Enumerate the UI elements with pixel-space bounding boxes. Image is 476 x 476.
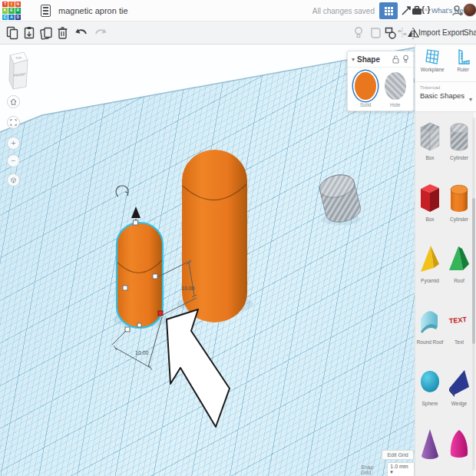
cylinder-icon [447, 181, 471, 215]
ungroup-icon[interactable] [384, 26, 397, 40]
shape-thumb-pyramid[interactable]: Pyramid [416, 243, 444, 304]
sidebar-scrollbar-thumb[interactable] [472, 198, 475, 344]
round-roof-icon [418, 304, 442, 338]
workplane-tool[interactable]: Workplane [421, 48, 445, 81]
scale-handle[interactable] [134, 220, 138, 225]
raise-handle-cone[interactable] [131, 207, 140, 218]
logo-letter: N [15, 2, 21, 7]
toolbar: Import Export Share [0, 21, 476, 45]
scale-handle[interactable] [153, 274, 157, 279]
delete-icon[interactable] [57, 26, 68, 40]
shape-label: Round Roof [417, 339, 444, 345]
fit-view-button[interactable] [7, 116, 20, 129]
lock-icon[interactable] [392, 55, 399, 64]
shape-thumb-cylinder-hole[interactable]: Cylinder [445, 120, 473, 181]
ruler-icon [455, 48, 471, 65]
perspective-toggle-button[interactable] [7, 174, 20, 187]
logo-letter: A [8, 15, 14, 20]
zoom-in-button[interactable]: + [7, 137, 20, 150]
shape-thumb-paraboloid[interactable] [445, 427, 473, 476]
category-value: Basic Shapes [420, 91, 472, 100]
solid-option[interactable]: Solid [355, 72, 376, 107]
dimension-value-side[interactable]: 10.00 [181, 286, 195, 291]
hole-label: Hole [390, 102, 400, 107]
scale-handle[interactable] [137, 323, 141, 327]
box-icon [418, 181, 442, 215]
snap-grid-label: Snap Grid [361, 464, 384, 475]
undo-icon[interactable] [74, 28, 88, 38]
view-cube[interactable]: TOP FRONT [3, 51, 37, 95]
logo-letter: I [8, 2, 14, 7]
shape-thumb-box-hole[interactable]: Box [416, 120, 444, 181]
workplane-label: Workplane [421, 67, 445, 72]
solid-label: Solid [360, 102, 371, 107]
shape-thumb-round-roof[interactable]: Round Roof [416, 304, 444, 365]
tinkercad-logo[interactable]: T I N K E R C A D [2, 2, 21, 20]
save-status: All changes saved [312, 7, 375, 15]
shape-label: Pyramid [421, 278, 439, 283]
dimension-value-front[interactable]: 10.00 [135, 350, 149, 355]
copy-icon[interactable] [6, 26, 18, 40]
rotate-arrowhead [125, 192, 128, 196]
collapse-caret-icon[interactable]: ▾ [352, 56, 355, 63]
design-canvas[interactable]: 10.00 10.00 TOP FRONT + − ▾ [0, 45, 415, 476]
shape-inspector-panel: ▾ Shape Solid Hole [347, 51, 414, 111]
rotate-handle[interactable] [116, 186, 128, 197]
codeblocks-icon[interactable]: {▫} [421, 5, 430, 14]
pyramid-icon [418, 243, 442, 276]
tinkercad-app: T I N K E R C A D magnetic apron tie All… [0, 0, 476, 476]
shape-thumb-cone[interactable] [416, 427, 444, 476]
shape-thumb-wedge[interactable]: Wedge [445, 365, 473, 427]
duplicate-icon[interactable] [40, 26, 53, 40]
share-button[interactable]: Share [464, 28, 476, 37]
logo-letter: T [2, 2, 8, 7]
shape-label: Cylinder [450, 217, 468, 222]
home-view-button[interactable] [7, 95, 20, 108]
box-hole-icon [418, 120, 442, 154]
ruler-tool[interactable]: Ruler [455, 48, 471, 81]
shape-thumb-roof[interactable]: Roof [445, 243, 473, 304]
visibility-bulb-icon[interactable] [402, 55, 409, 64]
logo-letter: E [8, 8, 14, 13]
design-menu-icon[interactable] [41, 5, 51, 17]
shape-label: Cylinder [450, 155, 468, 160]
hole-option[interactable]: Hole [385, 72, 406, 107]
shape-panel-title: Shape [357, 55, 392, 64]
shape-thumb-text[interactable]: TEXT Text [445, 304, 473, 365]
zoom-out-button[interactable]: − [7, 154, 20, 167]
sphere-icon [418, 365, 442, 399]
header-bar: T I N K E R C A D magnetic apron tie All… [0, 0, 476, 21]
paste-icon[interactable] [23, 26, 35, 40]
shape-thumb-cylinder[interactable]: Cylinder [445, 181, 473, 243]
logo-letter: R [15, 8, 21, 13]
design-title[interactable]: magnetic apron tie [58, 6, 128, 15]
export-button[interactable]: Export [442, 28, 464, 37]
wedge-icon [447, 365, 471, 399]
apps-grid-button[interactable] [379, 2, 398, 19]
roof-icon [447, 243, 471, 276]
scale-handle[interactable] [123, 286, 127, 290]
shape-label: Roof [454, 278, 464, 283]
logo-letter: D [15, 15, 21, 20]
shape-gallery: Box Cylinder Box [415, 112, 474, 476]
snap-grid-select[interactable]: 1.0 mm ▾ [387, 462, 415, 476]
shape-category-dropdown[interactable]: Tinkercad Basic Shapes ▾ [415, 81, 476, 112]
edit-grid-button[interactable]: Edit Grid [382, 450, 414, 460]
svg-text:TEXT: TEXT [448, 316, 467, 325]
add-person-icon[interactable] [451, 5, 463, 18]
shapes-sidebar: Workplane Ruler Tinkercad Basic Shapes ▾ [415, 45, 476, 476]
shape-label: Box [425, 217, 434, 222]
viewcube-top-label[interactable]: TOP [15, 56, 21, 60]
redo-icon[interactable] [94, 28, 107, 38]
shape-thumb-box[interactable]: Box [416, 181, 444, 243]
shape-thumb-sphere[interactable]: Sphere [416, 365, 444, 427]
cone-icon [418, 427, 442, 461]
import-button[interactable]: Import [418, 28, 440, 37]
user-avatar[interactable] [463, 3, 476, 17]
show-all-icon[interactable] [353, 26, 364, 40]
solid-swatch [355, 72, 376, 100]
active-scale-handle[interactable] [158, 311, 163, 316]
arrow-annotation [167, 309, 230, 427]
group-icon[interactable] [369, 26, 382, 40]
cylinder-large[interactable] [182, 150, 247, 322]
